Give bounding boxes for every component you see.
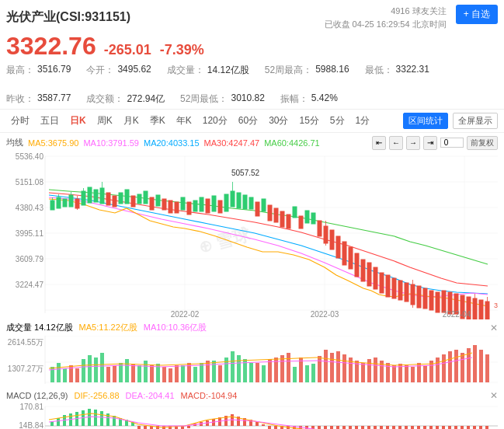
tab-yuek[interactable]: 月K: [119, 113, 144, 129]
macd-dif: DIF:-256.88: [74, 391, 119, 400]
svg-rect-134: [262, 365, 266, 382]
interval-stats-button[interactable]: 区间统计: [403, 113, 448, 129]
svg-rect-228: [262, 424, 265, 426]
svg-rect-50: [305, 211, 309, 223]
svg-rect-85: [405, 283, 408, 302]
svg-rect-250: [398, 426, 401, 429]
svg-rect-33: [119, 193, 123, 204]
add-to-watchlist-button[interactable]: + 自选: [456, 5, 498, 24]
svg-rect-209: [144, 426, 147, 429]
svg-rect-230: [274, 426, 277, 429]
svg-rect-120: [119, 363, 123, 382]
stat-low: 最低：3322.31: [365, 64, 429, 77]
svg-rect-245: [367, 426, 370, 429]
svg-rect-258: [448, 426, 451, 429]
tab-5min[interactable]: 5分: [325, 113, 349, 129]
svg-rect-195: [57, 418, 60, 426]
tab-60min[interactable]: 60分: [234, 113, 262, 129]
svg-rect-60: [175, 202, 179, 213]
nav-right-right-button[interactable]: ⇥: [423, 136, 437, 150]
svg-rect-73: [330, 230, 334, 249]
svg-rect-88: [417, 286, 421, 308]
macd-value: MACD:-104.94: [181, 391, 238, 400]
svg-rect-255: [429, 426, 433, 429]
svg-rect-89: [423, 288, 427, 309]
candle-count-input[interactable]: [440, 138, 464, 148]
svg-rect-29: [88, 187, 92, 203]
tab-zhouk[interactable]: 周K: [92, 113, 117, 129]
macd-close-button[interactable]: ✕: [490, 390, 498, 401]
price-change: -265.01 -7.39%: [104, 42, 204, 58]
svg-rect-244: [361, 426, 364, 429]
ma10-label: MA10:3791.59: [83, 138, 139, 148]
tab-nian[interactable]: 年K: [172, 113, 196, 129]
tab-rik[interactable]: 日K: [65, 113, 91, 129]
nav-left-button[interactable]: ←: [389, 136, 403, 150]
svg-rect-49: [293, 207, 297, 218]
volume-section-header: 成交量 14.12亿股 MA5:11.22亿股 MA10:10.36亿股 ✕: [6, 319, 498, 336]
svg-rect-154: [287, 353, 290, 382]
svg-rect-173: [423, 365, 427, 382]
stat-volume: 成交量：14.12亿股: [167, 64, 249, 77]
svg-rect-175: [436, 358, 440, 382]
tab-fenshi[interactable]: 分时: [6, 113, 34, 129]
svg-rect-165: [374, 358, 377, 382]
svg-rect-83: [392, 278, 396, 298]
svg-rect-164: [367, 359, 371, 382]
stat-open: 今开：3495.62: [86, 64, 151, 77]
svg-rect-171: [411, 367, 415, 382]
svg-rect-262: [473, 426, 476, 429]
stock-title: 光伏产业(CSI:931151): [6, 9, 130, 26]
svg-rect-137: [311, 364, 315, 382]
svg-rect-51: [311, 213, 315, 224]
tab-15min[interactable]: 15分: [294, 113, 323, 129]
volume-close-button[interactable]: ✕: [490, 323, 498, 333]
svg-rect-149: [218, 365, 222, 382]
svg-rect-176: [442, 354, 446, 382]
svg-rect-38: [181, 197, 185, 210]
svg-text:2614.55万: 2614.55万: [8, 338, 43, 347]
tab-jik[interactable]: 季K: [145, 113, 170, 129]
svg-rect-123: [144, 361, 148, 382]
tab-120min[interactable]: 120分: [198, 113, 232, 129]
ma30-label: MA30:4247.47: [204, 138, 260, 148]
svg-rect-92: [442, 291, 446, 312]
svg-rect-264: [485, 426, 488, 429]
nav-left-left-button[interactable]: ⇤: [372, 136, 386, 150]
vol-ma5: MA5:11.22亿股: [79, 322, 137, 333]
svg-rect-208: [137, 426, 141, 429]
svg-text:170.81: 170.81: [19, 403, 43, 411]
svg-text:2022-04: 2022-04: [443, 310, 471, 319]
svg-rect-34: [125, 190, 129, 204]
volume-chart: 2614.55万 1307.27万: [6, 336, 498, 389]
fullscreen-button[interactable]: 全屏显示: [453, 113, 498, 129]
svg-rect-45: [237, 193, 241, 208]
svg-rect-135: [293, 367, 297, 382]
tab-1min[interactable]: 1分: [351, 113, 375, 129]
svg-rect-66: [274, 208, 278, 222]
svg-rect-252: [411, 426, 414, 429]
svg-rect-24: [63, 199, 67, 207]
svg-rect-81: [380, 273, 384, 293]
tab-wuri[interactable]: 五日: [36, 113, 64, 129]
svg-text:1307.27万: 1307.27万: [8, 364, 43, 373]
nav-right-button[interactable]: →: [406, 136, 420, 150]
svg-rect-84: [398, 281, 402, 300]
tab-30min[interactable]: 30分: [264, 113, 293, 129]
svg-text:3609.79: 3609.79: [16, 255, 44, 263]
restore-rights-button[interactable]: 前复权: [467, 136, 498, 150]
market-time: 已收盘 04-25 16:29:54 北京时间: [325, 18, 447, 31]
svg-rect-79: [367, 263, 371, 286]
svg-rect-99: [479, 300, 483, 319]
svg-rect-142: [131, 364, 135, 382]
svg-rect-122: [137, 365, 141, 382]
svg-rect-257: [442, 426, 445, 429]
svg-text:5151.08: 5151.08: [16, 178, 44, 187]
svg-rect-140: [106, 367, 110, 382]
svg-rect-36: [144, 191, 148, 204]
svg-rect-75: [342, 242, 346, 265]
svg-rect-58: [162, 199, 166, 210]
followers-count: 4916 球友关注: [325, 5, 447, 18]
svg-rect-116: [82, 359, 85, 382]
svg-rect-178: [454, 350, 458, 382]
